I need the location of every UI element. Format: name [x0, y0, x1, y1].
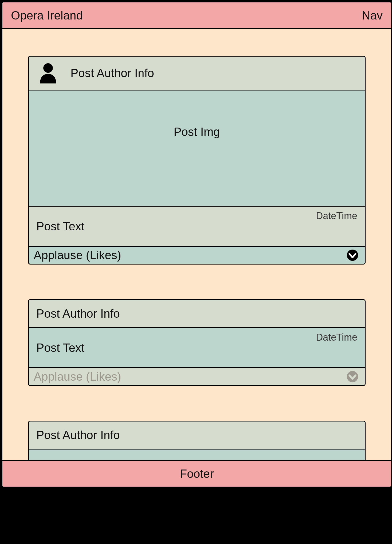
nav-button[interactable]: Nav — [362, 9, 383, 22]
feed-area: Post Author Info Post Img Post Text Date… — [2, 29, 391, 487]
applause-row[interactable]: Applause (Likes) — [29, 246, 365, 264]
post-text-row: Post Text DateTime — [29, 327, 365, 367]
post-image-label: Post Img — [174, 125, 220, 139]
post-text-row: Post Text DateTime — [29, 206, 365, 246]
post-image[interactable]: Post Img — [29, 90, 365, 206]
chevron-down-circle-icon[interactable] — [346, 248, 359, 262]
footer-label: Footer — [180, 467, 214, 480]
post-text-label: Post Text — [36, 220, 84, 233]
applause-label: Applause (Likes) — [34, 249, 121, 262]
brand-title[interactable]: Opera Ireland — [11, 9, 83, 22]
applause-label: Applause (Likes) — [34, 370, 121, 383]
app-header: Opera Ireland Nav — [2, 2, 391, 29]
post-card: Post Author Info Post Text DateTime Appl… — [28, 299, 366, 386]
post-author-row[interactable]: Post Author Info — [29, 421, 365, 449]
person-icon — [36, 61, 60, 85]
post-author-row[interactable]: Post Author Info — [29, 57, 365, 90]
post-datetime: DateTime — [316, 210, 357, 222]
svg-point-1 — [347, 250, 358, 261]
chevron-down-circle-icon[interactable] — [346, 370, 359, 384]
applause-row[interactable]: Applause (Likes) — [29, 367, 365, 385]
post-author-label: Post Author Info — [70, 66, 154, 80]
post-card: Post Author Info Post Img Post Text Date… — [28, 56, 366, 265]
app-frame: Opera Ireland Nav Post Author Info Pos — [2, 2, 392, 487]
post-text-label: Post Text — [36, 341, 84, 354]
post-author-label: Post Author Info — [36, 428, 120, 442]
post-datetime: DateTime — [316, 332, 357, 343]
post-author-row[interactable]: Post Author Info — [29, 300, 365, 327]
app-footer: Footer — [2, 460, 391, 487]
svg-point-2 — [347, 371, 358, 382]
post-author-label: Post Author Info — [36, 307, 120, 320]
svg-point-0 — [43, 63, 53, 73]
